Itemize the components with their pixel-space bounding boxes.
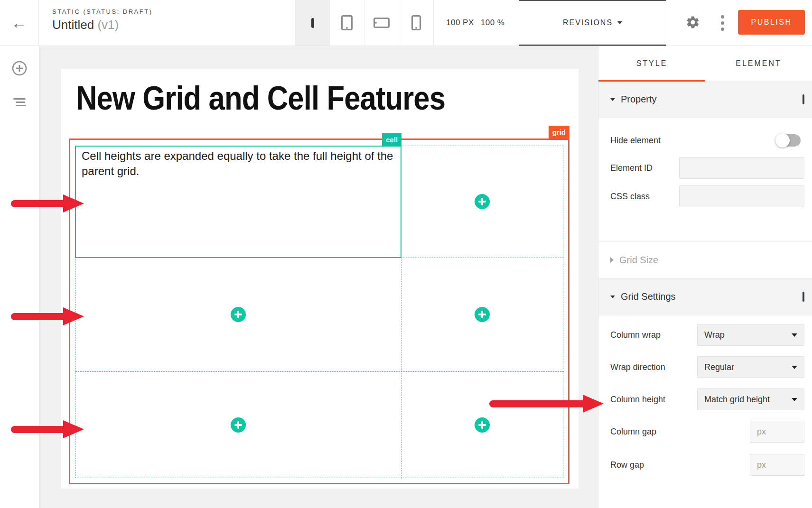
device-tablet-landscape-button[interactable] <box>364 0 399 46</box>
section-header-grid-size[interactable]: Grid Size <box>598 241 812 278</box>
reorder-icon <box>13 96 26 108</box>
cell-text-content[interactable]: Cell heights are expanded equally to tak… <box>82 148 399 179</box>
document-name: Untitled (v1) <box>52 18 152 32</box>
section-header-grid-settings[interactable]: Grid Settings <box>598 278 812 315</box>
page-builder-app: ← STATIC (STATUS: DRAFT) Untitled (v1) 1… <box>0 0 812 508</box>
device-target-laptop-icon[interactable] <box>803 293 804 301</box>
panel-tabs: STYLE ELEMENT <box>598 46 812 81</box>
revisions-dropdown[interactable]: REVISIONS <box>519 0 666 46</box>
section-title: Grid Size <box>619 255 658 266</box>
page-title[interactable]: New Grid and Cell Features <box>76 79 445 117</box>
chevron-down-icon <box>792 333 797 337</box>
laptop-icon <box>311 19 314 27</box>
back-arrow-icon: ← <box>11 14 28 32</box>
column-wrap-select[interactable]: Wrap <box>697 324 804 346</box>
chevron-down-icon <box>610 296 615 298</box>
chevron-down-icon <box>792 366 797 369</box>
document-version: (v1) <box>97 18 119 32</box>
grid-label-badge[interactable]: grid <box>549 126 569 139</box>
wrap-direction-label: Wrap direction <box>610 362 665 372</box>
css-class-input[interactable] <box>679 185 804 207</box>
back-button[interactable]: ← <box>0 0 38 46</box>
circle-plus-icon <box>11 60 28 78</box>
editor-canvas: New Grid and Cell Features grid cell Cel… <box>39 46 598 508</box>
settings-button[interactable] <box>679 0 707 46</box>
add-content-button[interactable] <box>475 417 490 433</box>
row-gap-input[interactable] <box>750 454 804 476</box>
tablet-portrait-icon <box>341 15 353 30</box>
device-preview-switcher <box>295 0 434 46</box>
chevron-down-icon <box>792 398 797 401</box>
kebab-menu-icon <box>721 15 724 31</box>
page-surface: New Grid and Cell Features grid cell Cel… <box>61 69 579 489</box>
css-class-label: CSS class <box>610 192 650 202</box>
add-content-button[interactable] <box>231 307 246 322</box>
element-id-input[interactable] <box>679 157 804 179</box>
chevron-right-icon <box>610 257 614 263</box>
add-content-button[interactable] <box>475 307 490 322</box>
device-phone-button[interactable] <box>399 0 434 46</box>
tablet-landscape-icon <box>373 18 390 28</box>
device-desktop-button[interactable] <box>295 0 330 46</box>
column-height-label: Column height <box>610 395 665 405</box>
element-id-label: Element ID <box>610 163 653 173</box>
grid-cells-area: cell Cell heights are expanded equally t… <box>75 146 563 478</box>
wrap-direction-select[interactable]: Regular <box>697 356 804 378</box>
more-options-button[interactable] <box>713 0 732 46</box>
chevron-down-icon <box>610 98 615 101</box>
selected-cell[interactable]: cell Cell heights are expanded equally t… <box>75 146 401 258</box>
publish-button[interactable]: PUBLISH <box>738 10 805 35</box>
viewport-info: 100 PX 100 % <box>446 0 504 46</box>
property-section-body: Hide element Element ID CSS class <box>598 118 812 222</box>
row-divider <box>75 371 564 372</box>
row-gap-label: Row gap <box>610 460 644 470</box>
left-toolbar <box>0 46 39 508</box>
top-bar: ← STATIC (STATUS: DRAFT) Untitled (v1) 1… <box>0 0 812 46</box>
toggle-knob <box>775 133 790 148</box>
device-target-laptop-icon[interactable] <box>803 95 804 104</box>
grid-settings-body: Column wrap Wrap Wrap direction Regular … <box>598 315 812 496</box>
revisions-label: REVISIONS <box>563 18 613 27</box>
section-title: Property <box>621 94 657 105</box>
tab-element[interactable]: ELEMENT <box>705 46 812 81</box>
device-tablet-portrait-button[interactable] <box>330 0 364 46</box>
viewport-zoom-value: 100 % <box>481 18 505 28</box>
section-header-property[interactable]: Property <box>598 81 812 118</box>
phone-icon <box>411 15 421 30</box>
column-wrap-label: Column wrap <box>610 330 661 340</box>
column-height-value: Match grid height <box>704 395 770 405</box>
viewport-width-value: 100 PX <box>446 18 474 28</box>
spacer <box>598 222 812 241</box>
column-wrap-value: Wrap <box>704 330 725 340</box>
add-element-button[interactable] <box>0 52 39 85</box>
document-status: STATIC (STATUS: DRAFT) <box>52 8 152 15</box>
chevron-down-icon <box>617 21 622 24</box>
column-gap-label: Column gap <box>610 427 656 437</box>
column-height-select[interactable]: Match grid height <box>697 388 804 410</box>
gear-icon <box>686 15 700 31</box>
cell-label-badge[interactable]: cell <box>382 133 401 146</box>
reorder-blocks-button[interactable] <box>0 85 39 119</box>
divider <box>38 0 39 46</box>
add-content-button[interactable] <box>231 417 246 433</box>
add-content-button[interactable] <box>475 194 490 209</box>
style-panel: STYLE ELEMENT Property Hide element Elem… <box>598 46 812 508</box>
hide-element-toggle[interactable] <box>777 134 801 147</box>
column-gap-input[interactable] <box>750 421 804 443</box>
grid-element[interactable]: grid cell Cell heights are expanded equa… <box>69 139 569 484</box>
hide-element-label: Hide element <box>610 136 661 146</box>
section-title: Grid Settings <box>621 291 676 302</box>
tab-style[interactable]: STYLE <box>598 46 705 81</box>
document-title-block: STATIC (STATUS: DRAFT) Untitled (v1) <box>52 8 152 32</box>
wrap-direction-value: Regular <box>704 362 734 372</box>
